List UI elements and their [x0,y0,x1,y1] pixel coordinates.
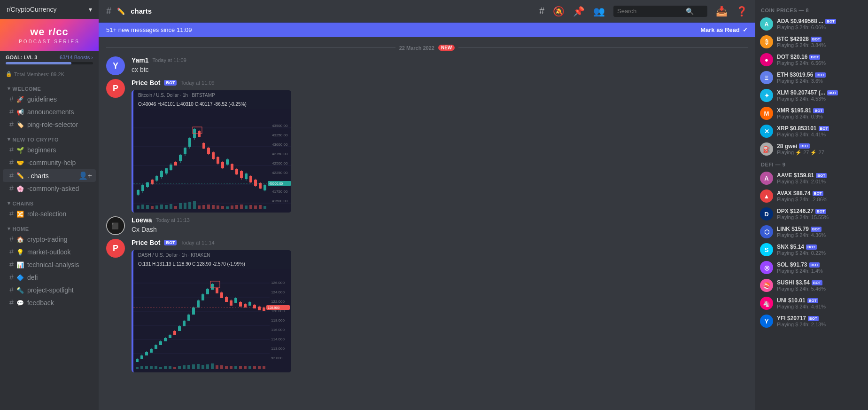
btc-chart-svg: 43500.00 43250.00 43000.00 42750.00 4250… [133,109,291,213]
coin-icon: ⛽ [760,142,773,156]
coin-icon: ▲ [760,189,773,203]
coin-item[interactable]: Y YFI $20717 BOT Playing $ 24h: 2.13% [755,312,868,330]
avatar: ⬛ [106,216,125,235]
svg-rect-177 [263,308,265,311]
hash-icon: # [9,235,14,244]
coin-icon: 🍣 [760,279,773,292]
coin-name-price: SNX $5.14 BOT [777,244,863,250]
svg-rect-84 [193,201,196,209]
coin-item[interactable]: ₿ BTC $42928 BOT Playing $ 24h: 3.84% [755,33,868,51]
boost-label: GOAL: LVL 3 63/14 Boosts › [6,55,93,60]
svg-rect-87 [207,205,210,209]
members-icon[interactable]: 👥 [593,6,605,17]
coin-item[interactable]: ✕ XRP $0.853101 BOT Playing $ 24h: 4.41% [755,122,868,140]
channel-crypto-trading[interactable]: # 🏠 crypto-trading [3,233,96,245]
coin-icon: A [760,172,773,185]
coin-change: Playing $ 24h: 4.53% [777,96,863,102]
svg-text:42750.00: 42750.00 [272,152,288,156]
bot-badge: BOT [164,80,177,86]
svg-text:43000.00: 43000.00 [272,142,288,147]
svg-rect-140 [178,326,181,331]
channel-ping-role-selector[interactable]: # 🏷️ ping-role-selector [3,118,96,131]
channel-label: beginners [27,146,56,154]
svg-rect-91 [226,206,229,209]
mark-read-button[interactable]: Mark as Read ✓ [700,26,748,33]
channel-community-help[interactable]: # 🤝 -community-help [3,157,96,169]
chart-canvas-dash: 126.000 124.000 122.000 120.000 118.000 … [133,269,291,372]
boost-progress-bg [6,62,93,64]
coin-info: DOT $20.16 BOT Playing $ 24h: 6.56% [777,54,863,66]
channel-beginners[interactable]: # 🌱 beginners [3,144,96,156]
svg-rect-154 [211,284,214,290]
coin-item[interactable]: D DPX $1246.27 BOT Playing $ 24h: 15.55% [755,205,868,223]
channel-label: defi [27,274,38,281]
coin-item[interactable]: S SNX $5.14 BOT Playing $ 24h: 0.22% [755,241,868,259]
svg-rect-205 [263,366,265,369]
svg-rect-26 [160,171,163,177]
svg-text:114.000: 114.000 [271,337,285,341]
svg-rect-76 [155,205,158,209]
bell-muted-icon[interactable]: 🔕 [553,6,565,17]
section-label-new-to-crypto[interactable]: ▾ NEW TO CRYPTO [0,134,99,143]
channel-feedback[interactable]: # 💬 feedback [3,297,96,309]
search-input[interactable] [617,8,683,15]
section-label-welcome[interactable]: ▾ WELCOME [0,83,99,93]
coin-item[interactable]: A AAVE $159.81 BOT Playing $ 24h: 2.01% [755,169,868,187]
coin-icon: ✦ [760,89,773,102]
section-label-chains[interactable]: ▾ CHAINS [0,197,99,207]
svg-rect-97 [254,205,257,209]
channel-guidelines[interactable]: # 🚀 guidelines [3,93,96,105]
svg-text:118.000: 118.000 [271,318,285,323]
svg-rect-202 [248,366,251,369]
channel-technical-analysis[interactable]: # 📊 technical-analysis [3,259,96,271]
boost-bar-container: GOAL: LVL 3 63/14 Boosts › [0,51,99,68]
svg-rect-90 [221,206,224,209]
coin-item[interactable]: ⛽ 28 gwei BOT Playing ⚡ 27 ⚡ 27 [755,140,868,158]
channel-project-spotlight[interactable]: # 🔦 project-spotlight [3,284,96,296]
messages-area: 22 March 2022 NEW Y Yam1 Today at 11:09 … [99,37,755,410]
server-header[interactable]: r/CryptoCurrency ▾ [0,0,99,19]
section-label-home[interactable]: ▾ HOME [0,223,99,233]
channel-market-outlook[interactable]: # 💡 market-outlook [3,246,96,258]
coin-item[interactable]: 🦄 UNI $10.01 BOT Playing $ 24h: 4.61% [755,294,868,312]
svg-rect-188 [183,365,186,369]
coin-item[interactable]: ◎ SOL $91.73 BOT Playing $ 24h: 1.4% [755,259,868,276]
coin-symbol: UNI $10.01 [777,297,806,304]
channel-role-selection[interactable]: # 🔀 role-selection [3,208,96,220]
coin-icon: Ξ [760,71,773,84]
channel-commonly-asked[interactable]: # 🌸 -commonly-asked [3,182,96,195]
svg-rect-53 [221,162,224,168]
svg-rect-165 [234,298,237,303]
coin-item[interactable]: ✦ XLM $0.207457 (... BOT Playing $ 24h: … [755,87,868,104]
svg-text:41750.00: 41750.00 [272,189,288,194]
pin-icon[interactable]: 📌 [573,6,585,17]
coin-item[interactable]: M XMR $195.81 BOT Playing $ 24h: 0.9% [755,104,868,122]
svg-rect-92 [231,205,233,209]
coin-info: XLM $0.207457 (... BOT Playing $ 24h: 4.… [777,89,863,102]
channel-announcements[interactable]: # 📢 announcements [3,106,96,118]
coin-item[interactable]: 🍣 SUSHI $3.54 BOT Playing $ 24h: 5.46% [755,276,868,294]
message-group: ⬛ Loewa Today at 11:13 Cx Dash [99,214,755,237]
channel-charts[interactable]: # ✏️ . charts 👤+ [3,169,96,182]
inbox-icon[interactable]: 📥 [716,6,728,17]
svg-rect-182 [155,366,157,369]
coin-item[interactable]: ⬡ LINK $15.79 BOT Playing $ 24h: 4.36% [755,223,868,241]
help-icon[interactable]: ❓ [736,6,748,17]
message-meta: Price Bot BOT Today at 11:09 [132,79,748,87]
coin-change: Playing $ 24h: 6.56% [777,60,863,66]
add-member-icon[interactable]: 👤+ [78,171,92,180]
coin-item[interactable]: Ξ ETH $3019.56 BOT Playing $ 24h: 3.6% [755,69,868,87]
coin-item[interactable]: ● DOT $20.16 BOT Playing $ 24h: 6.56% [755,51,868,69]
channel-label: -commonly-asked [27,185,79,192]
channel-defi[interactable]: # 🔷 defi [3,271,96,284]
message-meta: Price Bot BOT Today at 11:14 [132,239,748,246]
channel-hash-icon: # [106,6,111,16]
coin-item[interactable]: A ADA $0.949568 ... BOT Playing $ 24h: 6… [755,15,868,33]
svg-rect-55 [226,159,229,165]
coin-info: UNI $10.01 BOT Playing $ 24h: 4.61% [777,297,863,309]
hash-header-icon[interactable]: # [539,6,544,16]
coin-item[interactable]: ▲ AVAX $88.74 BOT Playing $ 24h: -2.86% [755,187,868,205]
coin-info: AAVE $159.81 BOT Playing $ 24h: 2.01% [777,172,863,184]
bot-tag: BOT [806,244,817,250]
svg-rect-190 [192,364,195,369]
